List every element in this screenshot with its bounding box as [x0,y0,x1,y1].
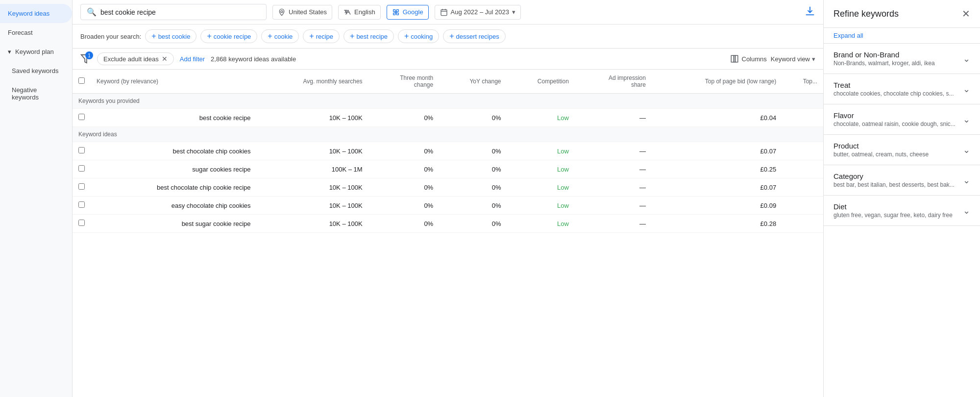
row-avg-monthly: 10K – 100K [257,197,368,215]
select-all-header[interactable] [73,70,91,94]
row-checkbox-cell[interactable] [73,215,91,233]
row-ad-impression: — [575,178,652,197]
plus-icon: + [449,32,454,41]
row-three-month: 0% [368,197,440,215]
search-input[interactable] [100,8,260,16]
columns-button[interactable]: Columns [730,54,767,63]
row-competition: Low [507,178,575,197]
row-checkbox-cell[interactable] [73,160,91,178]
panel-header: Refine keywords ✕ [824,0,980,28]
broaden-bar: Broaden your search: +best cookie+cookie… [73,25,823,49]
keyword-view-button[interactable]: Keyword view ▾ [771,55,815,63]
chevron-down-icon: ⌄ [963,53,970,64]
refine-section-header[interactable]: Diet gluten free, vegan, sugar free, ket… [824,196,980,225]
sidebar-item-forecast[interactable]: Forecast [0,23,72,42]
row-checkbox[interactable] [78,165,85,172]
location-label: United States [289,8,327,16]
refine-section-header[interactable]: Product butter, oatmeal, cream, nuts, ch… [824,135,980,165]
refine-section-title: Brand or Non-Brand [833,50,963,59]
row-top-bid-low: £0.04 [652,109,782,127]
row-keyword: best cookie recipe [91,109,257,127]
row-checkbox-cell[interactable] [73,178,91,197]
broaden-chip-best-recipe[interactable]: +best recipe [343,29,394,43]
svg-rect-3 [396,9,398,11]
sidebar-item-label: Forecast [8,29,33,36]
refine-section-info: Brand or Non-Brand Non-Brands, walmart, … [833,50,963,67]
row-ad-impression: — [575,109,652,127]
sidebar-item-keyword-ideas[interactable]: Keyword ideas [0,4,72,23]
add-filter-button[interactable]: Add filter [180,55,205,63]
row-keyword: best chocolate chip cookies [91,142,257,160]
sidebar: Keyword ideasForecast▾ Keyword planSaved… [0,0,73,397]
refine-section-header[interactable]: Brand or Non-Brand Non-Brands, walmart, … [824,44,980,74]
svg-point-0 [281,10,283,12]
search-box[interactable]: 🔍 [80,4,267,20]
panel-close-button[interactable]: ✕ [962,8,970,20]
download-button[interactable] [805,5,815,19]
row-avg-monthly: 10K – 100K [257,109,368,127]
view-chevron-icon: ▾ [812,55,815,63]
row-checkbox[interactable] [78,220,85,226]
refine-section-subtitle: gluten free, vegan, sugar free, keto, da… [833,212,963,219]
table-header-row: Keyword (by relevance) Avg. monthly sear… [73,70,823,94]
broaden-chip-recipe[interactable]: +recipe [303,29,340,43]
plus-icon: + [151,32,156,41]
row-checkbox[interactable] [78,201,85,208]
expand-all-button[interactable]: Expand all [824,28,980,44]
filter-icon-button[interactable]: 1 [80,53,91,64]
table-row: best chocolate chip cookies 10K – 100K 0… [73,142,823,160]
refine-section-header[interactable]: Flavor chocolate, oatmeal raisin, cookie… [824,104,980,134]
refine-section-header[interactable]: Category best bar, best italian, best de… [824,165,980,195]
row-top-bid-high [782,160,823,178]
chevron-down-icon: ⌄ [963,114,970,125]
broaden-chip-cookie[interactable]: +cookie [261,29,299,43]
date-range-picker[interactable]: Aug 2022 – Jul 2023 ▾ [435,5,521,20]
toolbar-row: 1 Exclude adult ideas ✕ Add filter 2,868… [73,49,823,70]
location-filter[interactable]: United States [272,5,332,20]
col-competition: Competition [507,70,575,94]
row-checkbox-cell[interactable] [73,142,91,160]
select-all-checkbox[interactable] [78,77,85,84]
row-top-bid-low: £0.07 [652,178,782,197]
refine-section-subtitle: butter, oatmeal, cream, nuts, cheese [833,151,963,158]
col-top-bid-high: Top... [782,70,823,94]
refine-section-treat: Treat chocolate cookies, chocolate chip … [824,74,980,104]
row-ad-impression: — [575,197,652,215]
row-checkbox-cell[interactable] [73,197,91,215]
download-icon [805,5,815,16]
filter-badge: 1 [85,51,93,59]
row-keyword: best chocolate chip cookie recipe [91,178,257,197]
row-checkbox[interactable] [78,147,85,153]
plus-icon: + [309,32,314,41]
exclude-close-button[interactable]: ✕ [162,55,168,63]
row-checkbox-cell[interactable] [73,109,91,127]
chip-label: cookie recipe [214,33,251,40]
broaden-chip-best-cookie[interactable]: +best cookie [145,29,196,43]
translate-icon [343,8,351,16]
row-top-bid-high [782,215,823,233]
row-three-month: 0% [368,215,440,233]
refine-section-header[interactable]: Treat chocolate cookies, chocolate chip … [824,74,980,104]
language-filter[interactable]: English [338,5,381,20]
sidebar-item-negative-keywords[interactable]: Negative keywords [0,80,72,107]
search-icon: 🔍 [87,7,97,17]
row-competition: Low [507,197,575,215]
broaden-chip-dessert-recipes[interactable]: +dessert recipes [443,29,506,43]
chevron-down-icon: ⌄ [963,205,970,216]
row-avg-monthly: 100K – 1M [257,160,368,178]
row-three-month: 0% [368,160,440,178]
row-checkbox[interactable] [78,114,85,120]
table-row: sugar cookies recipe 100K – 1M 0% 0% Low… [73,160,823,178]
svg-rect-4 [393,13,395,15]
sidebar-item-saved-keywords[interactable]: Saved keywords [0,61,72,80]
right-panel: Refine keywords ✕ Expand all Brand or No… [823,0,980,397]
refine-section-title: Category [833,172,963,180]
broaden-chip-cookie-recipe[interactable]: +cookie recipe [200,29,257,43]
broaden-chip-cooking[interactable]: +cooking [398,29,439,43]
plus-icon: + [350,32,354,41]
row-checkbox[interactable] [78,183,85,190]
row-yoy: 0% [439,215,507,233]
row-three-month: 0% [368,178,440,197]
network-filter[interactable]: Google [387,5,429,20]
sidebar-item-keyword-plan[interactable]: ▾ Keyword plan [0,42,72,61]
